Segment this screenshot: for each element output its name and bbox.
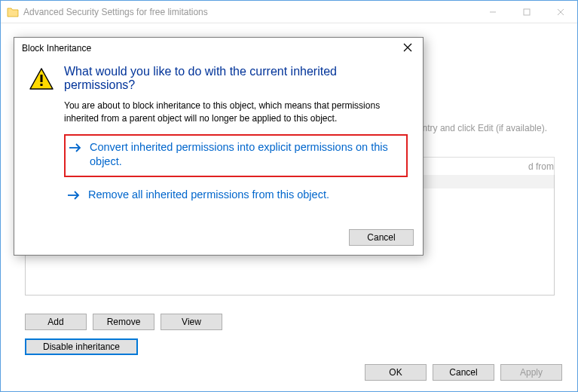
dialog-heading: What would you like to do with the curre… [64, 65, 408, 92]
option-remove-label: Remove all inherited permissions from th… [88, 188, 329, 203]
option-remove-permissions[interactable]: Remove all inherited permissions from th… [64, 183, 408, 209]
disable-inheritance-button[interactable]: Disable inheritance [25, 338, 138, 355]
column-inherited-from: d from [528, 161, 554, 172]
apply-button[interactable]: Apply [500, 364, 562, 381]
arrow-right-icon [69, 142, 82, 153]
cancel-button[interactable]: Cancel [433, 364, 494, 381]
svg-rect-1 [524, 9, 530, 15]
close-icon [403, 43, 412, 52]
block-inheritance-dialog: Block Inheritance What would you like to… [14, 37, 424, 256]
warning-icon [29, 68, 54, 90]
window-controls [476, 1, 577, 23]
minimize-button[interactable] [476, 1, 509, 23]
view-button[interactable]: View [161, 314, 222, 330]
parent-window-title: Advanced Security Settings for free limi… [23, 7, 476, 17]
maximize-button[interactable] [509, 1, 543, 23]
footer-buttons: OK Cancel Apply [365, 364, 562, 381]
arrow-right-icon [67, 190, 81, 201]
dialog-description: You are about to block inheritance to th… [64, 100, 408, 125]
svg-rect-6 [41, 75, 43, 82]
permission-button-row: Add Remove View [25, 314, 222, 330]
remove-button[interactable]: Remove [93, 314, 154, 330]
advanced-security-window: Advanced Security Settings for free limi… [0, 0, 578, 392]
dialog-titlebar: Block Inheritance [14, 38, 423, 59]
option-convert-label: Convert inherited permissions into expli… [90, 140, 403, 170]
ok-button[interactable]: OK [365, 364, 427, 381]
dialog-title: Block Inheritance [22, 43, 399, 54]
close-window-button[interactable] [543, 1, 577, 23]
dialog-close-button[interactable] [399, 42, 417, 54]
svg-rect-7 [41, 84, 43, 86]
option-convert-permissions[interactable]: Convert inherited permissions into expli… [64, 134, 408, 177]
dialog-cancel-button[interactable]: Cancel [349, 229, 414, 246]
add-button[interactable]: Add [25, 314, 87, 330]
folder-icon [7, 7, 19, 17]
parent-titlebar: Advanced Security Settings for free limi… [1, 1, 577, 23]
